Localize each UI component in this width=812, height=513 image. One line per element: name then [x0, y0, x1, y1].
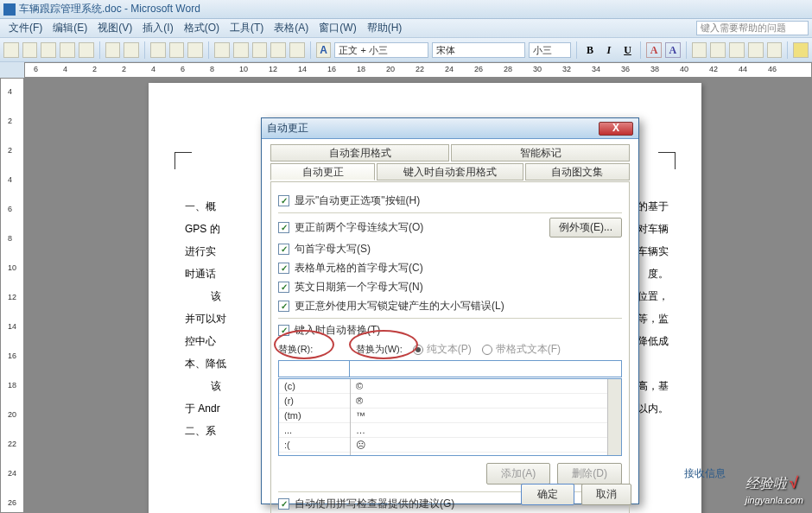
checkbox[interactable]: [278, 282, 289, 293]
list-item[interactable]: :(: [279, 438, 350, 453]
list-item[interactable]: ...: [279, 423, 350, 438]
margin-corner: [658, 152, 676, 169]
checkbox[interactable]: [278, 244, 289, 255]
style-icon[interactable]: A: [316, 42, 332, 58]
delete-button[interactable]: 删除(D): [557, 463, 622, 484]
align-btn[interactable]: [748, 42, 764, 58]
checkbox-label: 键入时自动替换(T): [295, 323, 380, 338]
replace-header: 替换(R): 替换为(W): 纯文本(P) 带格式文本(F): [278, 342, 622, 357]
tab-autoformat[interactable]: 自动套用格式: [270, 144, 449, 162]
options-group: 显示"自动更正选项"按钮(H) 更正前两个字母连续大写(O)例外项(E)... …: [270, 181, 630, 513]
replace-inputs: [278, 360, 622, 377]
menu-insert[interactable]: 插入(I): [137, 19, 178, 37]
font-color-a[interactable]: A: [646, 42, 662, 58]
separator: [99, 41, 100, 59]
dialog-titlebar[interactable]: 自动更正 X: [262, 118, 638, 139]
separator: [576, 41, 577, 59]
toolbar-btn[interactable]: [270, 42, 286, 58]
toolbar-btn[interactable]: [150, 42, 166, 58]
separator: [787, 41, 788, 59]
dialog-footer: 确定 取消: [262, 484, 638, 504]
replacewith-input[interactable]: [349, 360, 622, 377]
checkbox[interactable]: [278, 301, 289, 312]
highlight-a[interactable]: A: [665, 42, 681, 58]
ruler-bar: 6422468101214161820222426283032343638404…: [0, 62, 812, 78]
vertical-ruler[interactable]: 422468101214161820222426: [0, 78, 24, 513]
toolbar-btn[interactable]: [252, 42, 268, 58]
align-btn[interactable]: [729, 42, 745, 58]
tab-row-bottom: 自动更正 键入时自动套用格式 自动图文集: [270, 163, 630, 180]
size-dropdown[interactable]: 小三: [529, 42, 571, 58]
highlighter-icon[interactable]: [793, 42, 809, 58]
checkbox[interactable]: [278, 263, 289, 274]
list-item[interactable]: ™: [351, 408, 607, 423]
toolbar: A 正文 + 小三 宋体 小三 B I U A A: [0, 38, 812, 62]
replace-list[interactable]: (c) (r) (tm) ... :( © ® ™ … ☹: [278, 378, 622, 456]
radio-plaintext[interactable]: [413, 345, 423, 355]
tab-autoformat-typing[interactable]: 键入时自动套用格式: [377, 163, 523, 180]
autocorrect-dialog: 自动更正 X 自动套用格式 智能标记 自动更正 键入时自动套用格式 自动图文集 …: [261, 117, 639, 504]
italic-button[interactable]: I: [601, 42, 617, 58]
checkbox[interactable]: [278, 325, 289, 336]
checkbox[interactable]: [278, 222, 289, 233]
underline-button[interactable]: U: [620, 42, 636, 58]
horizontal-ruler[interactable]: 6422468101214161820222426283032343638404…: [24, 62, 812, 78]
toolbar-btn[interactable]: [3, 42, 19, 58]
toolbar-btn[interactable]: [41, 42, 56, 58]
checkbox-label: 表格单元格的首字母大写(C): [295, 261, 423, 276]
toolbar-btn[interactable]: [233, 42, 249, 58]
tab-row-top: 自动套用格式 智能标记: [270, 144, 630, 162]
toolbar-btn[interactable]: [105, 42, 121, 58]
margin-corner: [174, 152, 192, 169]
menu-view[interactable]: 视图(V): [92, 19, 137, 37]
list-item[interactable]: ©: [351, 379, 607, 394]
help-search-input[interactable]: 键入需要帮助的问题: [696, 21, 809, 35]
font-dropdown[interactable]: 宋体: [432, 42, 525, 58]
toolbar-btn[interactable]: [79, 42, 94, 58]
toolbar-btn[interactable]: [187, 42, 203, 58]
checkbox-label: 句首字母大写(S): [295, 242, 371, 256]
menu-format[interactable]: 格式(O): [179, 19, 225, 37]
add-button[interactable]: 添加(A): [486, 463, 550, 484]
toolbar-btn[interactable]: [22, 42, 38, 58]
separator: [640, 41, 641, 59]
menu-table[interactable]: 表格(A): [269, 19, 314, 37]
list-item[interactable]: …: [351, 423, 607, 438]
tab-autotext[interactable]: 自动图文集: [525, 163, 630, 180]
replacewith-label: 替换为(W):: [356, 343, 403, 356]
ok-button[interactable]: 确定: [521, 484, 574, 505]
scrollbar[interactable]: [607, 379, 621, 455]
style-dropdown[interactable]: 正文 + 小三: [334, 42, 428, 58]
list-item[interactable]: ☹: [351, 438, 607, 453]
cancel-button[interactable]: 取消: [581, 484, 631, 505]
align-btn[interactable]: [710, 42, 726, 58]
toolbar-btn[interactable]: [214, 42, 230, 58]
list-item[interactable]: (r): [279, 394, 350, 408]
tab-smarttags[interactable]: 智能标记: [451, 144, 630, 162]
close-button[interactable]: X: [599, 122, 633, 136]
menu-edit[interactable]: 编辑(E): [48, 19, 92, 37]
tab-autocorrect[interactable]: 自动更正: [270, 163, 375, 180]
bold-button[interactable]: B: [582, 42, 598, 58]
replace-input[interactable]: [278, 360, 350, 377]
menu-file[interactable]: 文件(F): [3, 19, 48, 37]
list-item[interactable]: ®: [351, 394, 607, 408]
menu-help[interactable]: 帮助(H): [362, 19, 408, 37]
align-btn[interactable]: [767, 42, 783, 58]
list-item[interactable]: (tm): [279, 408, 350, 423]
align-btn[interactable]: [692, 42, 707, 58]
menu-window[interactable]: 窗口(W): [314, 19, 361, 37]
menu-tools[interactable]: 工具(T): [225, 19, 269, 37]
exceptions-button[interactable]: 例外项(E)...: [549, 218, 622, 238]
checkbox[interactable]: [278, 195, 289, 206]
checkbox-label: 英文日期第一个字母大写(N): [295, 280, 423, 294]
toolbar-btn[interactable]: [60, 42, 75, 58]
toolbar-btn[interactable]: [124, 42, 139, 58]
list-item[interactable]: (c): [279, 379, 350, 394]
toolbar-btn[interactable]: [289, 42, 305, 58]
radio-formatted[interactable]: [482, 345, 492, 355]
toolbar-btn[interactable]: [169, 42, 185, 58]
watermark: 经验啦 √ jingyanla.com: [745, 474, 803, 506]
separator: [686, 41, 687, 59]
app-icon: [3, 3, 16, 16]
